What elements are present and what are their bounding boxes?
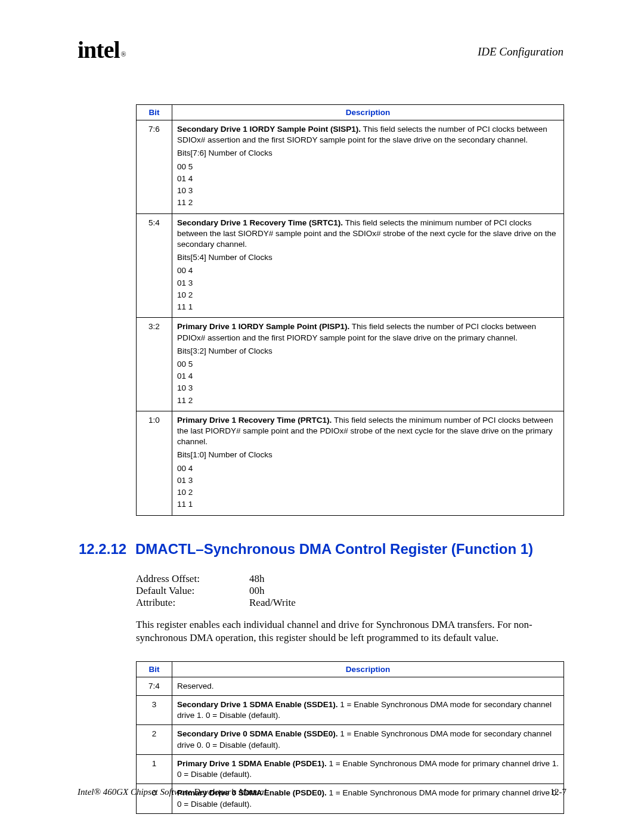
- map-line: 00 5: [177, 359, 559, 370]
- map-line: 01 3: [177, 278, 559, 289]
- bit-cell: 3: [137, 695, 172, 724]
- bit-cell: 2: [137, 725, 172, 754]
- map-line: 11 2: [177, 395, 559, 406]
- map-line: 11 1: [177, 499, 559, 510]
- table2-header-bit: Bit: [137, 661, 172, 677]
- field-name: Primary Drive 1 IORDY Sample Point (PISP…: [177, 322, 349, 331]
- field-name: Secondary Drive 1 IORDY Sample Point (SI…: [177, 125, 361, 134]
- map-line: 00 5: [177, 162, 559, 172]
- bit-cell: 1: [137, 754, 172, 784]
- content-area: Bit Description 7:6 Secondary Drive 1 IO…: [136, 104, 564, 814]
- table-row: 7:4 Reserved.: [137, 677, 564, 695]
- def-label: Default Value:: [136, 585, 249, 597]
- def-value: 00h: [249, 585, 265, 597]
- map-line: 01 4: [177, 174, 559, 184]
- bit-cell: 3:2: [137, 318, 172, 411]
- desc-cell: Secondary Drive 1 Recovery Time (SRTC1).…: [172, 213, 564, 318]
- table-row: 2 Secondary Drive 0 SDMA Enable (SSDE0).…: [137, 725, 564, 754]
- bit-cell: 5:4: [137, 213, 172, 318]
- table-row: 1:0 Primary Drive 1 Recovery Time (PRTC1…: [137, 411, 564, 515]
- table1-header-desc: Description: [172, 105, 564, 120]
- desc-cell: Secondary Drive 1 SDMA Enable (SSDE1). 1…: [172, 695, 564, 724]
- desc-cell: Primary Drive 1 IORDY Sample Point (PISP…: [172, 318, 564, 411]
- map-line: 10 3: [177, 383, 559, 394]
- field-name: Secondary Drive 1 Recovery Time (SRTC1).: [177, 218, 343, 227]
- field-body: Reserved.: [177, 682, 214, 690]
- field-name: Primary Drive 1 Recovery Time (PRTC1).: [177, 416, 332, 425]
- desc-cell: Primary Drive 1 Recovery Time (PRTC1). T…: [172, 411, 564, 515]
- footer-page-number: 12-7: [550, 787, 567, 797]
- map-line: 01 3: [177, 475, 559, 486]
- table2-header-desc: Description: [172, 661, 564, 677]
- map-line: 00 4: [177, 265, 559, 276]
- bit-cell: 1:0: [137, 411, 172, 515]
- bits-label: Bits[3:2] Number of Clocks: [177, 346, 559, 357]
- register-description: This register enables each individual ch…: [136, 618, 565, 645]
- map-line: 10 2: [177, 290, 559, 301]
- table-row: 1 Primary Drive 1 SDMA Enable (PSDE1). 1…: [137, 754, 564, 784]
- table-row: 5:4 Secondary Drive 1 Recovery Time (SRT…: [137, 213, 564, 318]
- map-line: 10 3: [177, 185, 559, 196]
- field-name: Secondary Drive 0 SDMA Enable (SSDE0).: [177, 729, 338, 738]
- bits-label: Bits[5:4] Number of Clocks: [177, 252, 559, 263]
- attr-value: Read/Write: [249, 597, 296, 609]
- page: intel® IDE Configuration Bit Description…: [0, 0, 644, 833]
- desc-cell: Secondary Drive 1 IORDY Sample Point (SI…: [172, 120, 564, 214]
- addr-value: 48h: [249, 573, 265, 585]
- intel-logo: intel®: [78, 36, 125, 64]
- map-line: 10 2: [177, 487, 559, 498]
- desc-cell: Reserved.: [172, 677, 564, 695]
- bits-label: Bits[7:6] Number of Clocks: [177, 148, 559, 159]
- table-row: 7:6 Secondary Drive 1 IORDY Sample Point…: [137, 120, 564, 214]
- attr-label: Attribute:: [136, 597, 249, 609]
- footer-left: Intel® 460GX Chipset Software Developer'…: [78, 787, 267, 797]
- section-heading: 12.2.12 DMACTL–Synchronous DMA Control R…: [79, 541, 564, 558]
- table-row: 3:2 Primary Drive 1 IORDY Sample Point (…: [137, 318, 564, 411]
- bit-cell: 7:6: [137, 120, 172, 214]
- desc-cell: Secondary Drive 0 SDMA Enable (SSDE0). 1…: [172, 725, 564, 754]
- map-line: 00 4: [177, 463, 559, 474]
- table1-header-bit: Bit: [137, 105, 172, 120]
- register-info: Address Offset: 48h Default Value: 00h A…: [136, 573, 564, 609]
- addr-label: Address Offset:: [136, 573, 249, 585]
- desc-cell: Primary Drive 1 SDMA Enable (PSDE1). 1 =…: [172, 754, 564, 784]
- map-line: 11 2: [177, 197, 559, 208]
- section-number: 12.2.12: [79, 541, 135, 558]
- chapter-title: IDE Configuration: [478, 45, 564, 58]
- logo-text: intel: [78, 36, 120, 63]
- map-line: 11 1: [177, 302, 559, 312]
- bit-table-1: Bit Description 7:6 Secondary Drive 1 IO…: [136, 104, 564, 516]
- logo-registered: ®: [121, 50, 126, 58]
- footer: Intel® 460GX Chipset Software Developer'…: [78, 787, 566, 797]
- map-line: 01 4: [177, 371, 559, 382]
- field-name: Secondary Drive 1 SDMA Enable (SSDE1).: [177, 700, 338, 709]
- bits-label: Bits[1:0] Number of Clocks: [177, 450, 559, 460]
- bit-cell: 7:4: [137, 677, 172, 695]
- section-title-text: DMACTL–Synchronous DMA Control Register …: [135, 541, 533, 558]
- table-row: 3 Secondary Drive 1 SDMA Enable (SSDE1).…: [137, 695, 564, 724]
- field-name: Primary Drive 1 SDMA Enable (PSDE1).: [177, 759, 327, 768]
